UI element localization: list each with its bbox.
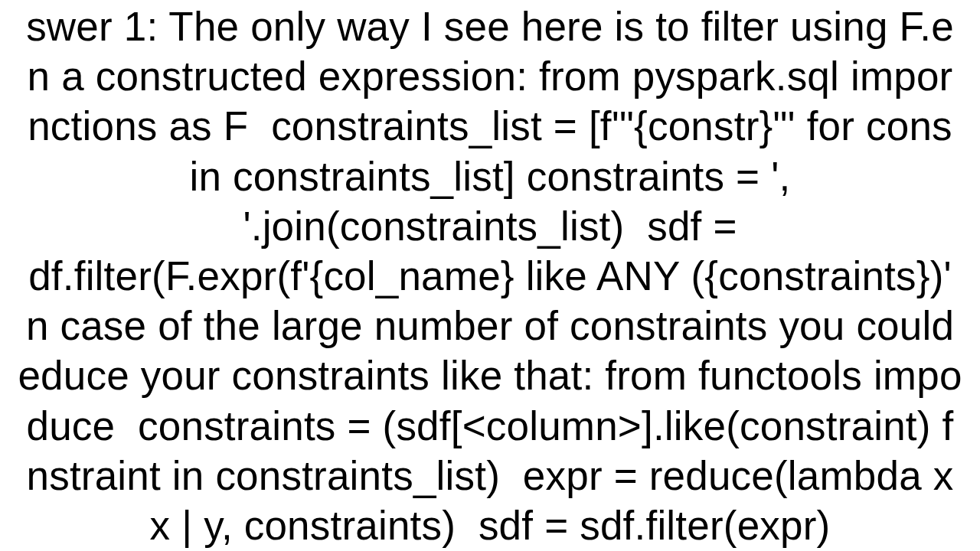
answer-text: swer 1: The only way I see here is to fi… bbox=[0, 2, 980, 550]
